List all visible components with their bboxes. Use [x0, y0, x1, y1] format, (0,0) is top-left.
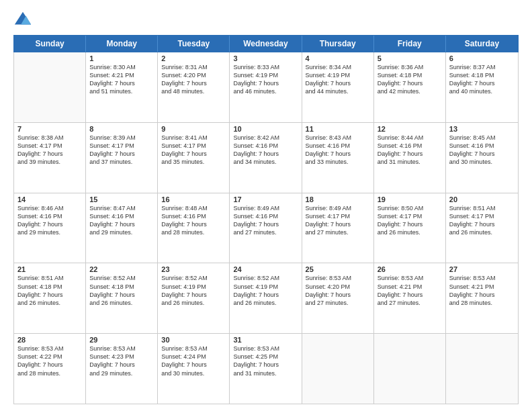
cal-header-cell: Sunday [14, 36, 86, 52]
cal-cell: 28Sunrise: 8:53 AMSunset: 4:22 PMDayligh… [14, 334, 86, 404]
cal-cell [14, 52, 86, 122]
day-number: 28 [17, 336, 82, 344]
cal-cell: 17Sunrise: 8:49 AMSunset: 4:16 PMDayligh… [230, 193, 302, 263]
cal-cell: 20Sunrise: 8:51 AMSunset: 4:17 PMDayligh… [446, 193, 518, 263]
cal-cell: 22Sunrise: 8:52 AMSunset: 4:18 PMDayligh… [86, 263, 158, 333]
page: SundayMondayTuesdayWednesdayThursdayFrid… [0, 0, 532, 411]
day-info: Sunrise: 8:43 AMSunset: 4:16 PMDaylight:… [306, 134, 370, 167]
logo [13, 11, 35, 30]
day-info: Sunrise: 8:51 AMSunset: 4:18 PMDaylight:… [17, 274, 82, 307]
cal-header-cell: Friday [374, 36, 446, 52]
day-number: 3 [233, 54, 298, 62]
cal-cell: 10Sunrise: 8:42 AMSunset: 4:16 PMDayligh… [230, 123, 302, 193]
cal-cell: 12Sunrise: 8:44 AMSunset: 4:16 PMDayligh… [374, 123, 446, 193]
day-number: 13 [449, 125, 515, 133]
day-number: 12 [378, 125, 442, 133]
cal-cell: 23Sunrise: 8:52 AMSunset: 4:19 PMDayligh… [158, 263, 230, 333]
day-info: Sunrise: 8:34 AMSunset: 4:19 PMDaylight:… [306, 63, 370, 96]
day-number: 29 [89, 336, 154, 344]
day-info: Sunrise: 8:52 AMSunset: 4:19 PMDaylight:… [233, 274, 298, 307]
day-number: 19 [378, 195, 442, 203]
cal-cell: 4Sunrise: 8:34 AMSunset: 4:19 PMDaylight… [302, 52, 374, 122]
day-info: Sunrise: 8:45 AMSunset: 4:16 PMDaylight:… [449, 134, 515, 167]
logo-icon [13, 11, 32, 30]
cal-row: 28Sunrise: 8:53 AMSunset: 4:22 PMDayligh… [14, 334, 518, 404]
day-info: Sunrise: 8:51 AMSunset: 4:17 PMDaylight:… [449, 204, 515, 237]
cal-cell: 15Sunrise: 8:47 AMSunset: 4:16 PMDayligh… [86, 193, 158, 263]
cal-cell: 11Sunrise: 8:43 AMSunset: 4:16 PMDayligh… [302, 123, 374, 193]
day-number: 27 [449, 265, 515, 273]
day-info: Sunrise: 8:49 AMSunset: 4:16 PMDaylight:… [233, 204, 298, 237]
cal-cell: 14Sunrise: 8:46 AMSunset: 4:16 PMDayligh… [14, 193, 86, 263]
day-number: 10 [233, 125, 298, 133]
header [13, 11, 519, 30]
cal-cell: 25Sunrise: 8:53 AMSunset: 4:20 PMDayligh… [302, 263, 374, 333]
day-number: 7 [17, 125, 82, 133]
cal-row: 1Sunrise: 8:30 AMSunset: 4:21 PMDaylight… [14, 52, 518, 123]
day-info: Sunrise: 8:53 AMSunset: 4:21 PMDaylight:… [449, 274, 515, 307]
cal-cell: 1Sunrise: 8:30 AMSunset: 4:21 PMDaylight… [86, 52, 158, 122]
cal-cell [302, 334, 374, 404]
day-info: Sunrise: 8:49 AMSunset: 4:17 PMDaylight:… [306, 204, 370, 237]
day-number: 26 [378, 265, 442, 273]
cal-cell: 3Sunrise: 8:33 AMSunset: 4:19 PMDaylight… [230, 52, 302, 122]
day-number: 31 [233, 336, 298, 344]
day-number: 16 [161, 195, 226, 203]
cal-cell: 9Sunrise: 8:41 AMSunset: 4:17 PMDaylight… [158, 123, 230, 193]
day-info: Sunrise: 8:53 AMSunset: 4:25 PMDaylight:… [233, 345, 298, 377]
cal-cell: 24Sunrise: 8:52 AMSunset: 4:19 PMDayligh… [230, 263, 302, 333]
day-number: 18 [306, 195, 370, 203]
day-number: 4 [306, 54, 370, 62]
day-info: Sunrise: 8:38 AMSunset: 4:17 PMDaylight:… [17, 134, 82, 167]
day-info: Sunrise: 8:39 AMSunset: 4:17 PMDaylight:… [89, 134, 154, 167]
day-info: Sunrise: 8:52 AMSunset: 4:19 PMDaylight:… [161, 274, 226, 307]
day-info: Sunrise: 8:53 AMSunset: 4:21 PMDaylight:… [378, 274, 442, 307]
day-info: Sunrise: 8:30 AMSunset: 4:21 PMDaylight:… [89, 63, 154, 96]
cal-cell: 13Sunrise: 8:45 AMSunset: 4:16 PMDayligh… [446, 123, 518, 193]
calendar-header: SundayMondayTuesdayWednesdayThursdayFrid… [13, 35, 519, 52]
day-number: 11 [306, 125, 370, 133]
cal-header-cell: Monday [86, 36, 158, 52]
cal-cell: 29Sunrise: 8:53 AMSunset: 4:23 PMDayligh… [86, 334, 158, 404]
day-info: Sunrise: 8:44 AMSunset: 4:16 PMDaylight:… [378, 134, 442, 167]
day-number: 2 [161, 54, 226, 62]
day-number: 17 [233, 195, 298, 203]
cal-cell: 30Sunrise: 8:53 AMSunset: 4:24 PMDayligh… [158, 334, 230, 404]
day-number: 24 [233, 265, 298, 273]
day-info: Sunrise: 8:53 AMSunset: 4:24 PMDaylight:… [161, 345, 226, 377]
cal-cell: 2Sunrise: 8:31 AMSunset: 4:20 PMDaylight… [158, 52, 230, 122]
cal-cell: 27Sunrise: 8:53 AMSunset: 4:21 PMDayligh… [446, 263, 518, 333]
day-number: 30 [161, 336, 226, 344]
day-info: Sunrise: 8:53 AMSunset: 4:23 PMDaylight:… [89, 345, 154, 377]
day-info: Sunrise: 8:42 AMSunset: 4:16 PMDaylight:… [233, 134, 298, 167]
day-number: 20 [449, 195, 515, 203]
day-number: 15 [89, 195, 154, 203]
day-number: 1 [89, 54, 154, 62]
cal-row: 7Sunrise: 8:38 AMSunset: 4:17 PMDaylight… [14, 123, 518, 193]
cal-header-cell: Thursday [302, 36, 374, 52]
day-info: Sunrise: 8:53 AMSunset: 4:22 PMDaylight:… [17, 345, 82, 377]
day-info: Sunrise: 8:53 AMSunset: 4:20 PMDaylight:… [306, 274, 370, 307]
cal-cell: 16Sunrise: 8:48 AMSunset: 4:16 PMDayligh… [158, 193, 230, 263]
day-number: 8 [89, 125, 154, 133]
day-info: Sunrise: 8:36 AMSunset: 4:18 PMDaylight:… [378, 63, 442, 96]
day-info: Sunrise: 8:48 AMSunset: 4:16 PMDaylight:… [161, 204, 226, 237]
cal-cell: 5Sunrise: 8:36 AMSunset: 4:18 PMDaylight… [374, 52, 446, 122]
cal-cell: 7Sunrise: 8:38 AMSunset: 4:17 PMDaylight… [14, 123, 86, 193]
day-number: 22 [89, 265, 154, 273]
cal-row: 14Sunrise: 8:46 AMSunset: 4:16 PMDayligh… [14, 193, 518, 264]
cal-header-cell: Tuesday [158, 36, 230, 52]
cal-row: 21Sunrise: 8:51 AMSunset: 4:18 PMDayligh… [14, 263, 518, 334]
cal-cell [374, 334, 446, 404]
cal-cell: 19Sunrise: 8:50 AMSunset: 4:17 PMDayligh… [374, 193, 446, 263]
cal-cell: 6Sunrise: 8:37 AMSunset: 4:18 PMDaylight… [446, 52, 518, 122]
cal-cell: 8Sunrise: 8:39 AMSunset: 4:17 PMDaylight… [86, 123, 158, 193]
day-number: 6 [449, 54, 515, 62]
day-info: Sunrise: 8:33 AMSunset: 4:19 PMDaylight:… [233, 63, 298, 96]
day-info: Sunrise: 8:46 AMSunset: 4:16 PMDaylight:… [17, 204, 82, 237]
cal-cell: 31Sunrise: 8:53 AMSunset: 4:25 PMDayligh… [230, 334, 302, 404]
cal-header-cell: Wednesday [230, 36, 302, 52]
day-info: Sunrise: 8:47 AMSunset: 4:16 PMDaylight:… [89, 204, 154, 237]
day-info: Sunrise: 8:31 AMSunset: 4:20 PMDaylight:… [161, 63, 226, 96]
day-number: 21 [17, 265, 82, 273]
